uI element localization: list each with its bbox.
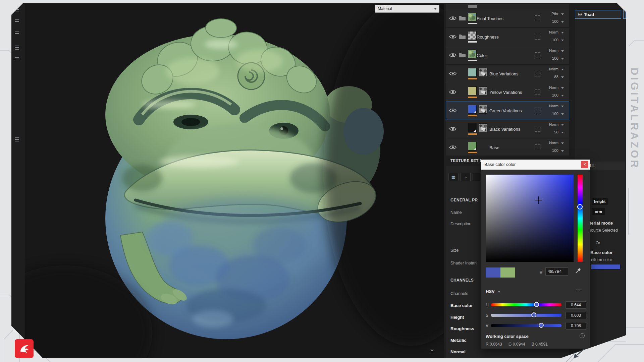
layer-name[interactable]: Yellow Variations bbox=[489, 90, 522, 95]
hex-input[interactable] bbox=[545, 267, 568, 276]
v-slider[interactable] bbox=[491, 324, 561, 327]
channel-normal[interactable]: Normal bbox=[450, 349, 466, 354]
layer-name[interactable]: Green Variations bbox=[489, 108, 522, 113]
blend-mode-dropdown[interactable]: Norm bbox=[541, 85, 558, 89]
h-slider[interactable] bbox=[491, 303, 561, 306]
saturation-value-picker[interactable] bbox=[486, 175, 574, 262]
v-value[interactable]: 0.708 bbox=[566, 322, 586, 329]
layer-color-thumbnail[interactable] bbox=[468, 86, 477, 95]
layer-name[interactable]: Color bbox=[477, 53, 487, 58]
v-slider-handle[interactable] bbox=[539, 323, 544, 328]
blend-mode-dropdown[interactable]: Norm bbox=[541, 122, 558, 126]
chevron-down-icon bbox=[561, 40, 564, 41]
layer-row-final-touches[interactable]: Final Touches Pthr 100 bbox=[446, 9, 569, 28]
channel-metallic[interactable]: Metallic bbox=[450, 338, 467, 343]
color-mode-label: HSV bbox=[486, 289, 495, 294]
close-button[interactable]: × bbox=[581, 161, 588, 168]
s-value[interactable]: 0.603 bbox=[566, 312, 586, 319]
blend-mode-dropdown[interactable]: Norm bbox=[541, 30, 558, 34]
mask-slot[interactable] bbox=[535, 108, 540, 113]
color-mode-dropdown[interactable]: HSV bbox=[486, 289, 495, 294]
opacity-dropdown[interactable]: 50 bbox=[541, 130, 558, 134]
layer-thumbnail[interactable] bbox=[468, 50, 477, 58]
layer-row-roughness[interactable]: Roughness Norm 100 bbox=[446, 28, 569, 46]
layer-thumbnail[interactable] bbox=[468, 13, 477, 21]
mask-slot[interactable] bbox=[535, 52, 540, 58]
visibility-eye-icon[interactable] bbox=[449, 145, 457, 151]
layer-name[interactable]: Blue Variations bbox=[489, 71, 518, 76]
phoenix-icon bbox=[17, 342, 31, 355]
properties-header-fragment: LL bbox=[590, 163, 595, 168]
mask-slot[interactable] bbox=[535, 34, 540, 40]
app-window: Material Y Final Touches Pthr 100 bbox=[0, 0, 644, 362]
opacity-dropdown[interactable]: 100 bbox=[541, 93, 558, 97]
blend-mode-dropdown[interactable]: Norm bbox=[541, 49, 558, 53]
layer-name[interactable]: Final Touches bbox=[477, 16, 503, 21]
viewport-3d[interactable] bbox=[25, 4, 444, 358]
material-mode-bar bbox=[468, 97, 477, 98]
layer-name[interactable]: Black Variations bbox=[489, 127, 520, 132]
hue-slider-handle[interactable] bbox=[577, 204, 583, 209]
visibility-eye-icon[interactable] bbox=[449, 89, 457, 96]
mask-slot[interactable] bbox=[535, 89, 540, 95]
layer-row-black-variations[interactable]: Black Variations Norm 50 bbox=[446, 120, 569, 138]
nrm-channel-button[interactable]: nrm bbox=[592, 208, 605, 215]
blend-mode-dropdown[interactable]: Norm bbox=[541, 67, 558, 71]
layer-color-thumbnail[interactable] bbox=[468, 68, 477, 77]
layer-thumbnail[interactable] bbox=[468, 31, 477, 40]
material-mode-dropdown[interactable]: Material bbox=[375, 5, 439, 13]
texture-set-tab-icon-2[interactable]: ◑ bbox=[461, 173, 471, 181]
layer-row-blue-variations[interactable]: Blue Variations Norm 88 bbox=[446, 65, 569, 83]
mask-slot[interactable] bbox=[535, 144, 540, 150]
blend-mode-dropdown[interactable]: Norm bbox=[541, 104, 558, 108]
layer-row-green-variations-selected[interactable]: Green Variations Norm 100 bbox=[446, 102, 569, 120]
layer-mask-thumbnail[interactable] bbox=[479, 123, 487, 132]
blend-mode-dropdown[interactable]: Norm bbox=[541, 141, 558, 145]
channel-roughness[interactable]: Roughness bbox=[450, 326, 474, 331]
opacity-dropdown[interactable]: 100 bbox=[541, 38, 558, 42]
layer-row-color[interactable]: Color Norm 100 bbox=[446, 46, 569, 65]
layer-mask-thumbnail[interactable] bbox=[479, 86, 487, 95]
visibility-eye-icon[interactable] bbox=[449, 53, 457, 59]
opacity-dropdown[interactable]: 100 bbox=[541, 112, 558, 116]
mask-slot[interactable] bbox=[535, 126, 540, 132]
channel-base-color[interactable]: Base color bbox=[450, 303, 473, 308]
layer-row-base[interactable]: Base Norm 100 bbox=[446, 138, 569, 157]
tab-toad[interactable]: Toad bbox=[575, 10, 621, 19]
opacity-dropdown[interactable]: 100 bbox=[541, 148, 558, 153]
layer-mask-thumbnail[interactable] bbox=[479, 68, 487, 77]
s-slider-handle[interactable] bbox=[531, 312, 536, 317]
eyedropper-icon[interactable] bbox=[575, 267, 581, 275]
layer-row-yellow-variations[interactable]: Yellow Variations Norm 100 bbox=[446, 83, 569, 102]
overflow-menu-icon[interactable]: ··· bbox=[576, 287, 582, 293]
opacity-dropdown[interactable]: 88 bbox=[541, 75, 558, 79]
hue-slider[interactable] bbox=[578, 175, 583, 262]
mask-slot[interactable] bbox=[535, 15, 540, 21]
chevron-down-icon bbox=[561, 124, 564, 126]
channel-height[interactable]: Height bbox=[450, 315, 464, 320]
visibility-eye-icon[interactable] bbox=[449, 108, 457, 114]
visibility-eye-icon[interactable] bbox=[449, 71, 457, 77]
dialog-titlebar[interactable]: Base color color × bbox=[481, 160, 590, 170]
folder-icon bbox=[459, 15, 466, 22]
visibility-eye-icon[interactable] bbox=[449, 16, 457, 22]
opacity-dropdown[interactable]: 100 bbox=[541, 56, 558, 60]
visibility-eye-icon[interactable] bbox=[449, 34, 457, 41]
s-slider[interactable] bbox=[491, 314, 561, 317]
h-slider-handle[interactable] bbox=[534, 302, 539, 307]
layer-name[interactable]: Base bbox=[489, 145, 499, 150]
layer-name[interactable]: Roughness bbox=[477, 35, 499, 40]
layer-mask-thumbnail[interactable] bbox=[479, 105, 487, 114]
opacity-dropdown[interactable]: 100 bbox=[541, 19, 558, 23]
frame-tick-marks bbox=[15, 57, 19, 60]
color-cursor[interactable] bbox=[535, 196, 542, 204]
texture-set-tab-icon-1[interactable]: ▦ bbox=[448, 173, 459, 181]
uniform-color-swatch[interactable] bbox=[591, 264, 621, 269]
mask-slot[interactable] bbox=[535, 71, 540, 76]
blend-mode-dropdown[interactable]: Pthr bbox=[541, 12, 558, 16]
fill-indicator-icon bbox=[474, 111, 476, 113]
rgb-b-value: B 0.4591 bbox=[532, 342, 548, 347]
visibility-eye-icon[interactable] bbox=[449, 126, 457, 133]
height-channel-button[interactable]: height bbox=[592, 198, 608, 205]
h-value[interactable]: 0.644 bbox=[566, 301, 586, 309]
